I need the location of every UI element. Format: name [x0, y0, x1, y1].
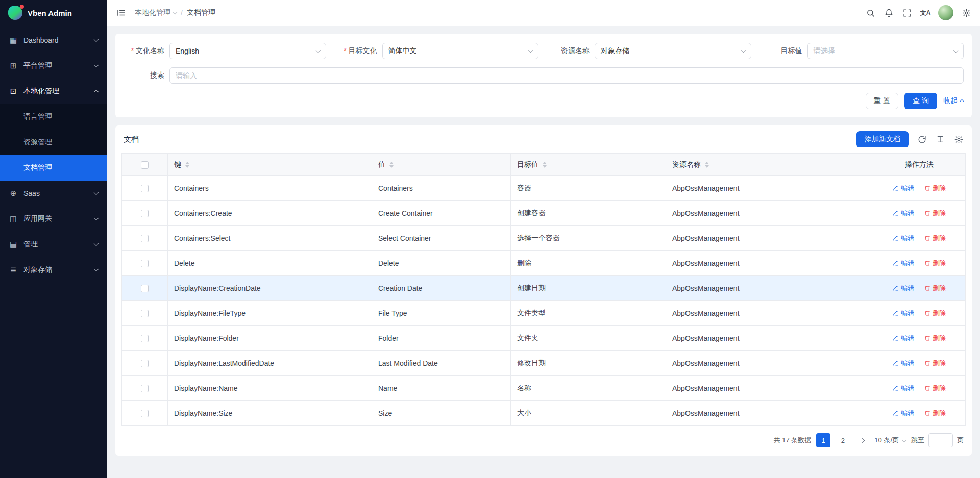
row-checkbox[interactable]	[141, 185, 149, 192]
reset-button[interactable]: 重置	[866, 93, 898, 109]
sort-icon[interactable]	[543, 162, 547, 168]
edit-button[interactable]: 编辑	[893, 234, 914, 243]
row-checkbox[interactable]	[141, 410, 149, 417]
edit-button[interactable]: 编辑	[893, 209, 914, 218]
pencil-icon	[893, 260, 899, 266]
fullscreen-icon[interactable]	[898, 4, 916, 21]
add-document-button[interactable]: 添加新文档	[856, 131, 909, 147]
table-row[interactable]: Containers Containers 容器 AbpOssManagemen…	[122, 176, 966, 201]
cell-empty	[824, 326, 873, 351]
table-row[interactable]: DisplayName:Name Name 名称 AbpOssManagemen…	[122, 376, 966, 401]
table-row[interactable]: DisplayName:FileType File Type 文件类型 AbpO…	[122, 301, 966, 326]
sidebar-item-language-management[interactable]: 语言管理	[0, 104, 107, 130]
row-height-icon[interactable]	[935, 134, 945, 144]
translate-icon[interactable]: 文A	[917, 4, 934, 21]
search-input[interactable]	[169, 67, 964, 84]
row-checkbox[interactable]	[141, 335, 149, 342]
culture-name-select[interactable]: English	[169, 43, 326, 59]
field-target-value: 目标值 请选择	[762, 43, 964, 59]
delete-button[interactable]: 删除	[924, 409, 946, 418]
row-checkbox[interactable]	[141, 310, 149, 317]
sidebar-item-gateway[interactable]: ◫ 应用网关	[0, 206, 107, 232]
search-icon[interactable]	[862, 4, 879, 21]
resource-name-select[interactable]: 对象存储	[595, 43, 751, 59]
delete-button[interactable]: 删除	[924, 284, 946, 293]
target-culture-select[interactable]: 简体中文	[382, 43, 539, 59]
sort-icon[interactable]	[185, 162, 189, 168]
row-checkbox[interactable]	[141, 260, 149, 267]
delete-button[interactable]: 删除	[924, 309, 946, 318]
table-row[interactable]: Containers:Create Create Container 创建容器 …	[122, 201, 966, 226]
refresh-icon[interactable]	[917, 134, 927, 144]
page-button-1[interactable]: 1	[816, 433, 830, 447]
row-checkbox[interactable]	[141, 285, 149, 292]
settings-gear-icon[interactable]	[958, 4, 975, 21]
target-value-select[interactable]: 请选择	[807, 43, 964, 59]
column-header-resource[interactable]: 资源名称	[666, 154, 824, 176]
table-row[interactable]: DisplayName:Folder Folder 文件夹 AbpOssMana…	[122, 326, 966, 351]
storage-icon: ≣	[8, 265, 18, 274]
column-header-key[interactable]: 键	[168, 154, 372, 176]
select-all-checkbox[interactable]	[141, 161, 149, 169]
row-checkbox[interactable]	[141, 235, 149, 242]
table-row[interactable]: Delete Delete 删除 AbpOssManagement 编辑 删除	[122, 251, 966, 276]
query-button[interactable]: 查询	[904, 93, 937, 109]
table-row[interactable]: DisplayName:LastModifiedDate Last Modifi…	[122, 351, 966, 376]
edit-button[interactable]: 编辑	[893, 259, 914, 268]
sort-icon[interactable]	[705, 162, 709, 168]
row-checkbox[interactable]	[141, 210, 149, 217]
next-page-button[interactable]	[855, 433, 869, 447]
sidebar-item-resource-management[interactable]: 资源管理	[0, 130, 107, 155]
sidebar-item-localization[interactable]: ⊡ 本地化管理	[0, 79, 107, 104]
cell-target-value: 名称	[517, 384, 531, 392]
chevron-down-icon	[315, 48, 321, 53]
cell-key: DisplayName:Name	[174, 384, 237, 392]
edit-button[interactable]: 编辑	[893, 309, 914, 318]
bell-icon[interactable]	[880, 4, 897, 21]
edit-button[interactable]: 编辑	[893, 184, 914, 193]
delete-button[interactable]: 删除	[924, 234, 946, 243]
table-row[interactable]: Containers:Select Select Container 选择一个容…	[122, 226, 966, 251]
delete-button[interactable]: 删除	[924, 384, 946, 393]
row-checkbox[interactable]	[141, 360, 149, 367]
table-row[interactable]: DisplayName:CreationDate Creation Date 创…	[122, 276, 966, 301]
trash-icon	[924, 360, 930, 366]
user-avatar[interactable]	[938, 5, 953, 20]
trash-icon	[924, 260, 930, 266]
sort-icon[interactable]	[389, 162, 394, 168]
sidebar-item-platform[interactable]: ⊞ 平台管理	[0, 53, 107, 79]
column-header-target[interactable]: 目标值	[511, 154, 666, 176]
vben-logo-icon	[8, 6, 22, 20]
collapse-sidebar-icon[interactable]	[112, 4, 130, 21]
column-header-value[interactable]: 值	[372, 154, 511, 176]
page-button-2[interactable]: 2	[836, 433, 850, 447]
cell-key: Containers:Select	[174, 234, 231, 242]
edit-button[interactable]: 编辑	[893, 359, 914, 368]
chevron-down-icon	[94, 241, 99, 246]
edit-button[interactable]: 编辑	[893, 284, 914, 293]
row-checkbox[interactable]	[141, 385, 149, 392]
table-row[interactable]: DisplayName:Size Size 大小 AbpOssManagemen…	[122, 401, 966, 426]
sidebar-item-management[interactable]: ▤ 管理	[0, 232, 107, 257]
delete-button[interactable]: 删除	[924, 184, 946, 193]
delete-button[interactable]: 删除	[924, 259, 946, 268]
edit-button[interactable]: 编辑	[893, 334, 914, 343]
logo[interactable]: Vben Admin	[0, 0, 107, 26]
edit-button[interactable]: 编辑	[893, 384, 914, 393]
page-size-select[interactable]: 10 条/页	[874, 436, 906, 445]
sidebar-item-object-storage[interactable]: ≣ 对象存储	[0, 257, 107, 283]
delete-button[interactable]: 删除	[924, 359, 946, 368]
edit-button[interactable]: 编辑	[893, 409, 914, 418]
jump-page-input[interactable]	[928, 433, 953, 447]
sidebar-item-document-management[interactable]: 文档管理	[0, 155, 107, 181]
collapse-filters-link[interactable]: 收起	[943, 96, 964, 106]
pagination-total: 共 17 条数据	[774, 436, 812, 445]
delete-button[interactable]: 删除	[924, 209, 946, 218]
delete-button[interactable]: 删除	[924, 334, 946, 343]
cell-target-value: 创建日期	[517, 284, 546, 292]
sidebar-item-saas[interactable]: ⊕ Saas	[0, 181, 107, 206]
breadcrumb-parent[interactable]: 本地化管理	[135, 8, 177, 17]
table-settings-gear-icon[interactable]	[953, 134, 964, 144]
field-target-culture: 目标文化 简体中文	[336, 43, 539, 59]
sidebar-item-dashboard[interactable]: ▦ Dashboard	[0, 28, 107, 53]
